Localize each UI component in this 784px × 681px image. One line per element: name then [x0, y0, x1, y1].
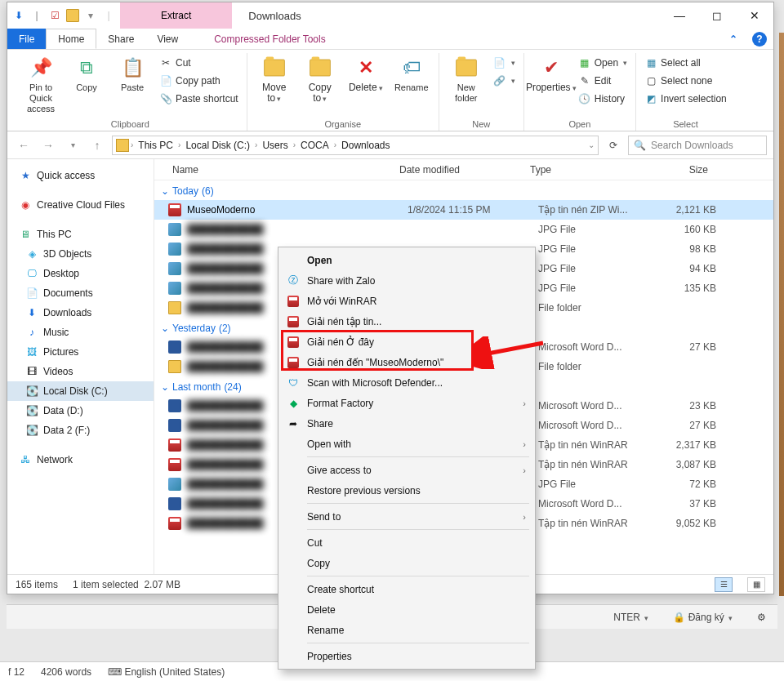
ctx-extract-here[interactable]: Giải nén Ở đây — [281, 332, 532, 352]
sidebar-item-data2-f[interactable]: 💽Data 2 (F:) — [7, 421, 154, 440]
ctx-extract-folder[interactable]: Giải nén đến "MuseoModerno\" — [281, 352, 532, 372]
sidebar-creative-cloud[interactable]: ◉Creative Cloud Files — [7, 195, 154, 215]
edit-button[interactable]: ✎Edit — [575, 73, 630, 89]
sidebar-item-music[interactable]: ♪Music — [7, 323, 154, 342]
history-button[interactable]: 🕓History — [575, 91, 630, 107]
sidebar-this-pc[interactable]: 🖥This PC — [7, 225, 154, 244]
ctx-open-with[interactable]: Open with› — [281, 434, 532, 454]
context-tab-extract[interactable]: Extract — [120, 2, 232, 29]
breadcrumb[interactable]: › This PC› Local Disk (C:)› Users› COCA›… — [112, 136, 599, 155]
col-header-type[interactable]: Type — [530, 164, 644, 176]
search-input[interactable]: 🔍 Search Downloads — [628, 136, 767, 155]
pin-to-quick-access-button[interactable]: 📌 Pin to Quick access — [19, 53, 63, 116]
select-none-button[interactable]: ▢Select none — [641, 73, 730, 89]
down-arrow-icon[interactable]: ⬇ — [12, 9, 25, 22]
sidebar-network[interactable]: 🖧Network — [7, 450, 154, 470]
breadcrumb-dropdown-icon[interactable]: ⌄ — [588, 140, 595, 149]
ctx-open[interactable]: Open — [281, 250, 532, 270]
copy-button[interactable]: ⧉ Copy — [65, 53, 109, 95]
paste-icon: 📋 — [119, 55, 145, 81]
cut-button[interactable]: ✂Cut — [156, 55, 242, 71]
cube-icon: ◈ — [25, 247, 38, 260]
file-row[interactable]: ███████████JPG File160 KB — [154, 220, 773, 239]
icons-view-button[interactable]: ▦ — [747, 577, 765, 592]
ctx-copy[interactable]: Copy — [281, 553, 532, 573]
ctx-defender-scan[interactable]: 🛡Scan with Microsoft Defender... — [281, 372, 532, 393]
breadcrumb-seg[interactable]: Users — [259, 140, 291, 151]
sidebar-item-data-d[interactable]: 💽Data (D:) — [7, 401, 154, 421]
rename-icon: 🏷 — [399, 55, 425, 81]
col-header-name[interactable]: Name — [154, 164, 399, 176]
move-to-button[interactable]: Move to▾ — [252, 53, 296, 106]
delete-button[interactable]: ✕ Delete▾ — [344, 53, 388, 96]
ctx-share[interactable]: ➦Share — [281, 413, 532, 434]
refresh-button[interactable]: ⟳ — [604, 136, 623, 155]
copy-to-button[interactable]: Copy to▾ — [298, 53, 342, 106]
paste-button[interactable]: 📋 Paste — [110, 53, 154, 95]
ctx-give-access[interactable]: Give access to› — [281, 460, 532, 480]
ctx-create-shortcut[interactable]: Create shortcut — [281, 579, 532, 599]
copy-path-button[interactable]: 📄Copy path — [156, 73, 242, 89]
chevron-right-icon[interactable]: › — [131, 140, 133, 149]
sidebar-item-documents[interactable]: 📄Documents — [7, 283, 154, 303]
ctx-send-to[interactable]: Send to› — [281, 506, 532, 527]
group-today[interactable]: ⌄Today (6) — [154, 180, 773, 200]
ctx-delete[interactable]: Delete — [281, 599, 532, 620]
select-all-button[interactable]: ▦Select all — [641, 55, 730, 71]
open-button[interactable]: ▦Open▾ — [575, 55, 630, 71]
breadcrumb-seg[interactable]: Local Disk (C:) — [182, 140, 253, 151]
folder-small-icon[interactable] — [66, 9, 79, 22]
minimize-button[interactable]: — — [661, 2, 698, 29]
qat-divider2: | — [102, 9, 115, 22]
qat-dropdown-icon[interactable]: ▾ — [84, 9, 97, 22]
sidebar-item-downloads[interactable]: ⬇Downloads — [7, 303, 154, 323]
tab-compressed-tools[interactable]: Compressed Folder Tools — [189, 29, 350, 49]
nav-back-button[interactable]: ← — [14, 136, 33, 155]
sidebar-quick-access[interactable]: ★Quick access — [7, 166, 154, 185]
new-folder-button[interactable]: New folder — [444, 53, 488, 105]
sidebar-item-desktop[interactable]: 🖵Desktop — [7, 264, 154, 283]
sidebar-item-pictures[interactable]: 🖼Pictures — [7, 342, 154, 362]
tab-file[interactable]: File — [7, 29, 46, 49]
tab-share[interactable]: Share — [96, 29, 145, 49]
history-icon: 🕓 — [578, 92, 591, 105]
sidebar-item-3d[interactable]: ◈3D Objects — [7, 244, 154, 264]
collapse-ribbon-icon[interactable]: ⌃ — [721, 29, 746, 49]
breadcrumb-seg[interactable]: This PC — [135, 140, 176, 151]
ctx-restore-versions[interactable]: Restore previous versions — [281, 480, 532, 501]
help-icon[interactable]: ? — [752, 32, 767, 47]
sidebar-item-videos[interactable]: 🎞Videos — [7, 362, 154, 381]
rename-button[interactable]: 🏷 Rename — [390, 53, 434, 95]
nav-up-button[interactable]: ↑ — [87, 136, 107, 155]
sidebar-item-local-disk-c[interactable]: 💽Local Disk (C:) — [7, 381, 154, 401]
properties-button[interactable]: ✔ Properties▾ — [529, 53, 573, 96]
tab-view[interactable]: View — [145, 29, 189, 49]
nav-recent-button[interactable]: ▾ — [63, 136, 82, 155]
group-label-organise: Organise — [324, 118, 361, 131]
col-header-date[interactable]: Date modified — [399, 164, 530, 176]
gear-icon[interactable]: ⚙ — [757, 612, 766, 623]
new-item-button[interactable]: 📄▾ — [490, 55, 519, 71]
breadcrumb-seg[interactable]: Downloads — [338, 140, 393, 151]
nav-forward-button[interactable]: → — [38, 136, 58, 155]
invert-selection-button[interactable]: ◩Invert selection — [641, 91, 730, 107]
ctx-cut[interactable]: Cut — [281, 532, 532, 553]
details-view-button[interactable]: ☰ — [715, 577, 733, 592]
close-button[interactable]: ✕ — [736, 2, 773, 29]
ctx-open-winrar[interactable]: Mở với WinRAR — [281, 291, 532, 311]
maximize-button[interactable]: ◻ — [698, 2, 736, 29]
easy-access-button[interactable]: 🔗▾ — [490, 73, 519, 89]
checkbox-icon[interactable]: ☑ — [48, 9, 61, 22]
ctx-rename[interactable]: Rename — [281, 620, 532, 640]
ribbon-group-organise: Move to▾ Copy to▾ ✕ Delete▾ 🏷 Rename Org… — [247, 53, 439, 131]
tab-home[interactable]: Home — [46, 29, 96, 49]
breadcrumb-seg[interactable]: COCA — [297, 140, 332, 151]
copy-icon: ⧉ — [74, 55, 100, 81]
file-row-selected[interactable]: MuseoModerno 1/8/2024 11:15 PM Tập tin n… — [154, 200, 773, 220]
ctx-format-factory[interactable]: ◆Format Factory› — [281, 393, 532, 413]
paste-shortcut-button[interactable]: 📎Paste shortcut — [156, 91, 242, 107]
col-header-size[interactable]: Size — [644, 164, 718, 176]
ctx-properties[interactable]: Properties — [281, 646, 532, 666]
ctx-share-zalo[interactable]: ⓩShare with Zalo — [281, 270, 532, 291]
ctx-extract-to[interactable]: Giải nén tập tin... — [281, 311, 532, 332]
